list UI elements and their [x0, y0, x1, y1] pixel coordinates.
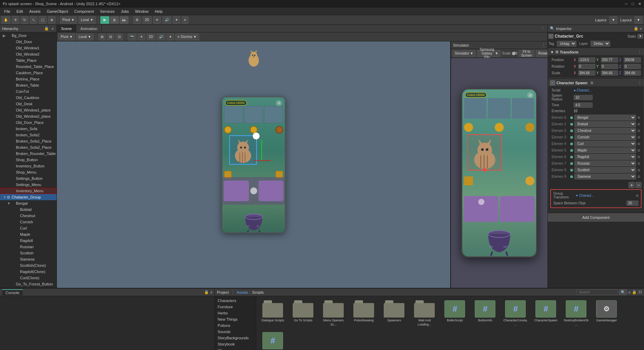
spawn-radius-input[interactable] — [574, 95, 593, 100]
hier-scottish-clone[interactable]: Scottish(Clone) — [0, 262, 57, 269]
hier-ragdoll-clone[interactable]: Ragdoll(Clone) — [0, 269, 57, 275]
hier-scottish[interactable]: Scottish — [0, 250, 57, 256]
file-boilerscript[interactable]: # BoilerScript — [441, 299, 469, 328]
hier-settings-btn[interactable]: Settings_Button — [0, 175, 57, 182]
hier-siamese[interactable]: Siamese — [0, 256, 57, 262]
hier-betrina-place[interactable]: Betrina_Place — [0, 76, 57, 82]
menu-edit[interactable]: Edit — [14, 9, 26, 14]
layer-select[interactable]: Defau — [591, 41, 610, 47]
hier-shop-btn[interactable]: Shop_Button — [0, 157, 57, 163]
file-spawners[interactable]: Spawners — [380, 299, 408, 328]
pos-x-input[interactable] — [578, 57, 595, 62]
close-button[interactable]: ✕ — [638, 2, 641, 6]
pos-y-input[interactable] — [601, 57, 618, 62]
char-spawn-menu-icon[interactable]: ⋮ — [638, 81, 642, 85]
menu-component[interactable]: Component — [71, 9, 97, 14]
sidebar-story-bg[interactable]: StoryBackgrounds — [215, 335, 256, 341]
minimize-button[interactable]: ─ — [625, 2, 628, 6]
scene-pivot-btn[interactable]: Pivot ▼ — [58, 33, 75, 40]
hier-go-forest[interactable]: Go_To_Forest_Button — [0, 281, 57, 287]
transform-menu-icon[interactable]: ⋮ — [638, 50, 642, 54]
hier-old-cauldron[interactable]: Old_Cauldron — [0, 95, 57, 101]
inspector-lock-icon[interactable]: 🔒 — [634, 26, 638, 31]
rect-tool[interactable]: ▢ — [39, 16, 47, 24]
hier-russian[interactable]: Russian — [0, 244, 57, 250]
enemy-select-7[interactable]: Russian — [574, 161, 636, 166]
object-enabled-checkbox[interactable]: ✓ — [549, 34, 553, 39]
hier-cauldron-place[interactable]: Cauldron_Place — [0, 70, 57, 76]
sidebar-characters[interactable]: Characters — [215, 298, 256, 304]
scene-grid3-btn[interactable]: ⊡ — [115, 33, 123, 40]
enemy-select-9[interactable]: Siamese — [574, 174, 636, 179]
fx-button[interactable]: ✦ — [173, 16, 180, 24]
scale-slider-handle[interactable] — [512, 52, 515, 55]
char-spawn-header[interactable]: ✓ Character Spawn ⚙ ⋮ — [548, 79, 644, 86]
layers-dropdown[interactable]: ▼ — [609, 16, 617, 24]
hier-old-window2p[interactable]: Old_Window2_place — [0, 113, 57, 119]
static-dropdown[interactable]: ▼ — [637, 34, 643, 39]
hier-ragdoll[interactable]: Ragdoll — [0, 237, 57, 244]
hier-old-door[interactable]: Old_Door — [0, 39, 57, 45]
enemy-select-6[interactable]: Ragdoll — [574, 154, 636, 160]
scene-grid-btn[interactable]: ⊞ — [98, 33, 106, 40]
script-value[interactable]: ● Charact… — [574, 88, 592, 92]
hier-settings-menu[interactable]: Settings_Menu — [0, 182, 57, 188]
hier-bobtail[interactable]: Bobtail — [0, 206, 57, 213]
menu-help[interactable]: Help — [152, 9, 165, 14]
hier-curl-clone[interactable]: Curl(Clone) — [0, 275, 57, 281]
char-spawn-checkbox[interactable]: ✓ — [550, 80, 555, 85]
scene-grid2-btn[interactable]: ⊟ — [107, 33, 114, 40]
scale-z-input[interactable] — [624, 70, 641, 76]
hier-bg-door[interactable]: ▶Bg_Door — [0, 32, 57, 39]
hier-table-place[interactable]: Table_Place — [0, 57, 57, 64]
sidebar-herbs[interactable]: Herbs — [215, 310, 256, 316]
file-character-spawn[interactable]: # CharacterSpawn — [532, 299, 560, 328]
menu-file[interactable]: File — [1, 9, 13, 14]
tab-animation[interactable]: Animation — [76, 25, 102, 32]
hier-old-window1p[interactable]: Old_Window1_place — [0, 107, 57, 113]
local-button[interactable]: Local ▼ — [78, 16, 96, 24]
audio-button[interactable]: 🔊 — [162, 16, 171, 24]
hier-cornish[interactable]: Cornish — [0, 219, 57, 225]
add-enemy-button[interactable]: + — [628, 182, 635, 188]
scale-tool[interactable]: ⤡ — [30, 16, 37, 24]
file-destroy-broken[interactable]: # DestroyBrokenOb... — [562, 299, 590, 328]
hier-broken-sofa2p[interactable]: Broken_Sofa2_Place — [0, 144, 57, 150]
add-component-button[interactable]: Add Component — [548, 213, 644, 222]
fit-to-screen-btn[interactable]: Fit to Screen — [519, 50, 534, 57]
sidebar-potions[interactable]: Potions — [215, 322, 256, 329]
hier-broken-sofa2[interactable]: broken_Sofa2 — [0, 132, 57, 138]
enemy-select-1[interactable]: Bobtail — [574, 121, 636, 127]
rotate-btn[interactable]: Rotate — [536, 50, 547, 57]
project-menu-icon[interactable]: ≡ — [628, 290, 630, 294]
scene-light-btn[interactable]: ☀ — [138, 33, 145, 40]
space-between-input[interactable] — [626, 201, 638, 206]
menu-gameobject[interactable]: GameObject — [44, 9, 71, 14]
scene-audio-btn[interactable]: 🔊 — [157, 33, 165, 40]
simulator-select[interactable]: Simulator ▼ — [452, 50, 476, 57]
file-menu-openers[interactable]: Menu Openers Sc... — [320, 299, 347, 328]
file-potionbrewing[interactable]: Potionbrewing — [350, 299, 378, 328]
device-select[interactable]: Samsung Galaxy S9+ ▼ — [477, 50, 501, 57]
menu-jobs[interactable]: Jobs — [118, 9, 132, 14]
scale-x-input[interactable] — [578, 70, 595, 76]
console-menu-icon[interactable]: ≡ — [210, 290, 212, 294]
breadcrumb-assets[interactable]: Assets — [237, 290, 248, 294]
file-character-consta[interactable]: # CharacterConsta... — [502, 299, 529, 328]
sidebar-furniture[interactable]: Furniture — [215, 304, 256, 310]
sidebar-ui[interactable]: UI — [215, 347, 256, 350]
hier-shop-menu[interactable]: Shop_Menu — [0, 169, 57, 175]
file-go-to-scripts[interactable]: Go To Scripts — [289, 299, 317, 328]
rot-x-input[interactable] — [578, 64, 595, 69]
char-spawn-settings-icon[interactable]: ⚙ — [590, 81, 594, 85]
sidebar-sounds[interactable]: Sounds — [215, 329, 256, 335]
pivot-button[interactable]: Pivot ▼ — [60, 16, 77, 24]
pos-z-input[interactable] — [624, 57, 641, 62]
tag-select[interactable]: Untag — [557, 41, 576, 47]
scene-local-btn[interactable]: Local ▼ — [76, 33, 94, 40]
light-button[interactable]: ☀ — [153, 16, 161, 24]
rot-y-input[interactable] — [601, 64, 618, 69]
enemy-select-4[interactable]: Curl — [574, 141, 636, 147]
file-game-manager[interactable]: ⚙ GameManager — [593, 299, 620, 328]
step-button[interactable]: ⏭ — [120, 16, 129, 24]
